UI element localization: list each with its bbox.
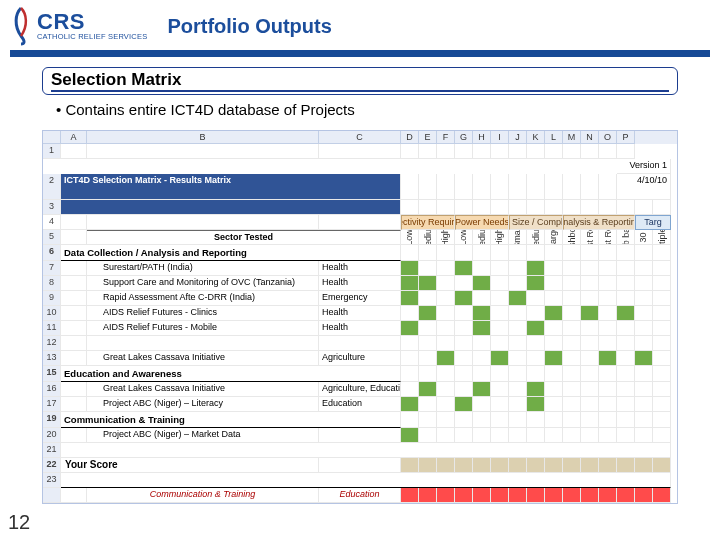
subheader-row: 5 Sector Tested Low Medium High Low Medi…: [43, 230, 677, 245]
logo-swoosh-icon: [10, 6, 32, 46]
table-row: 17 Project ABC (Niger) – Literacy Educat…: [43, 397, 677, 412]
table-row: 1 Version 1: [43, 144, 677, 174]
group-head: Targ: [635, 215, 671, 230]
selection-box: Selection Matrix: [42, 67, 678, 95]
slide-header: CRS CATHOLIC RELIEF SERVICES Portfolio O…: [0, 0, 720, 50]
table-row: 12: [43, 336, 677, 351]
logo-subtitle: CATHOLIC RELIEF SERVICES: [37, 32, 147, 41]
bottom-category-row: Communication & Training Education: [43, 488, 677, 503]
group-header-row: 4 Connectivity Requirement Power Needs D…: [43, 215, 677, 230]
table-row: 9 Rapid Assessment Afte C-DRR (India) Em…: [43, 291, 677, 306]
section-header-row: 6 Data Collection / Analysis and Reporti…: [43, 245, 677, 261]
section-header-row: 15 Education and Awareness: [43, 366, 677, 382]
table-row: 7 Surestart/PATH (India) Health: [43, 261, 677, 276]
sector-header: Sector Tested: [87, 230, 401, 245]
page-number: 12: [8, 511, 30, 534]
selection-title: Selection Matrix: [51, 70, 669, 92]
table-row: 8 Support Care and Monitoring of OVC (Ta…: [43, 276, 677, 291]
your-score-row: 22 Your Score: [43, 458, 677, 473]
table-row: 13 Great Lakes Cassava Initiative Agricu…: [43, 351, 677, 366]
table-row: 2 ICT4D Selection Matrix - Results Matri…: [43, 174, 677, 200]
version-date: 4/10/10: [617, 174, 671, 200]
version-label: Version 1: [617, 159, 671, 174]
table-row: 23: [43, 473, 677, 488]
bottom-category: Communication & Training: [87, 488, 319, 503]
matrix-title: ICT4D Selection Matrix - Results Matrix: [61, 174, 401, 200]
table-row: 16 Great Lakes Cassava Initiative Agricu…: [43, 382, 677, 397]
table-row: 20 Project ABC (Niger) – Market Data: [43, 428, 677, 443]
crs-logo: CRS CATHOLIC RELIEF SERVICES: [10, 6, 147, 46]
group-head: Analysis & Reporting: [563, 215, 635, 230]
table-row: 21: [43, 443, 677, 458]
header-divider: [10, 50, 710, 57]
bottom-sector: Education: [319, 488, 401, 503]
table-row: 11 AIDS Relief Futures - Mobile Health: [43, 321, 677, 336]
table-row: 10 AIDS Relief Futures - Clinics Health: [43, 306, 677, 321]
group-head: Connectivity Requirement: [401, 215, 455, 230]
page-title: Portfolio Outputs: [167, 15, 331, 38]
spreadsheet: A B C D E F G H I J K L M N O P 1 Versio…: [42, 130, 678, 504]
logo-acronym: CRS: [37, 12, 147, 32]
group-head: Power Needs: [455, 215, 509, 230]
column-headers: A B C D E F G H I J K L M N O P: [43, 131, 677, 144]
table-row: 3: [43, 200, 677, 215]
section-header-row: 19 Communication & Training: [43, 412, 677, 428]
group-head: Data Size / Complexity: [509, 215, 563, 230]
selection-bullet: Contains entire ICT4D database of Projec…: [42, 97, 678, 128]
